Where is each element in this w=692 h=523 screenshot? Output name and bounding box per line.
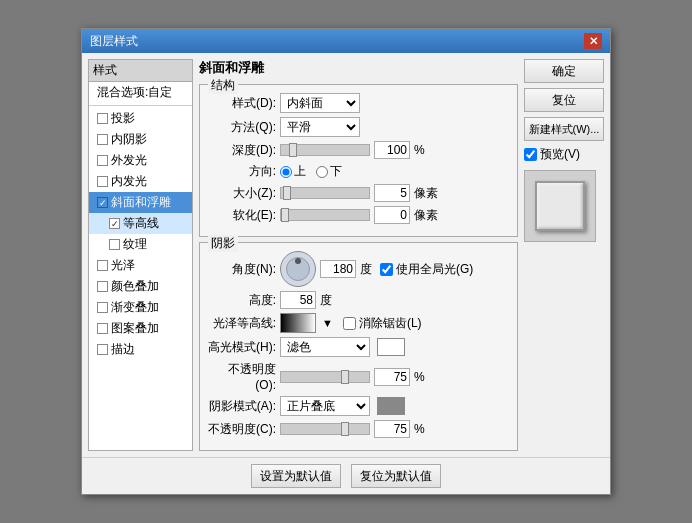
- satin-checkbox[interactable]: [97, 260, 108, 271]
- shadow-mode-select[interactable]: 正片叠底 正常 滤色: [280, 396, 370, 416]
- dialog-body: 样式 混合选项:自定 投影 内阴影 外发光 内发光: [82, 53, 610, 457]
- anti-alias-checkbox[interactable]: [343, 317, 356, 330]
- shadow-title: 阴影: [208, 235, 238, 252]
- shadow-opacity-row: 不透明度(C): %: [208, 420, 509, 438]
- sidebar-item-gradient-overlay[interactable]: 渐变叠加: [89, 297, 192, 318]
- angle-widget[interactable]: [280, 251, 316, 287]
- inner-shadow-label: 内阴影: [111, 131, 147, 148]
- highlight-mode-row: 高光模式(H): 滤色 正常 叠加: [208, 337, 509, 357]
- depth-slider[interactable]: [280, 144, 370, 156]
- size-input[interactable]: [374, 184, 410, 202]
- sidebar-item-bevel-emboss[interactable]: 斜面和浮雕: [89, 192, 192, 213]
- sidebar-item-pattern-overlay[interactable]: 图案叠加: [89, 318, 192, 339]
- altitude-row: 高度: 度: [208, 291, 509, 309]
- size-row: 大小(Z): 像素: [208, 184, 509, 202]
- sidebar-item-blending[interactable]: 混合选项:自定: [89, 82, 192, 103]
- method-select[interactable]: 平滑 雕刻清晰 雕刻柔和: [280, 117, 360, 137]
- highlight-opacity-input[interactable]: [374, 368, 410, 386]
- sidebar-item-inner-glow[interactable]: 内发光: [89, 171, 192, 192]
- style-label: 样式(D):: [208, 95, 276, 112]
- texture-label: 纹理: [123, 236, 147, 253]
- global-light-text: 使用全局光(G): [396, 261, 473, 278]
- preview-box: [524, 170, 596, 242]
- stroke-checkbox[interactable]: [97, 344, 108, 355]
- reset-button[interactable]: 复位: [524, 88, 604, 112]
- preview-inner: [535, 181, 585, 231]
- altitude-input[interactable]: [280, 291, 316, 309]
- gloss-preview[interactable]: [280, 313, 316, 333]
- highlight-opacity-slider[interactable]: [280, 371, 370, 383]
- bevel-emboss-checkbox[interactable]: [97, 197, 108, 208]
- sidebar-item-stroke[interactable]: 描边: [89, 339, 192, 360]
- soften-label: 软化(E):: [208, 207, 276, 224]
- sidebar-item-shadow[interactable]: 投影: [89, 108, 192, 129]
- direction-down-label[interactable]: 下: [316, 163, 342, 180]
- anti-alias-label[interactable]: 消除锯齿(L): [343, 315, 422, 332]
- inner-shadow-checkbox[interactable]: [97, 134, 108, 145]
- title-bar: 图层样式 ✕: [82, 29, 610, 53]
- angle-unit: 度: [360, 261, 372, 278]
- altitude-label: 高度:: [208, 292, 276, 309]
- global-light-checkbox[interactable]: [380, 263, 393, 276]
- anti-alias-text: 消除锯齿(L): [359, 315, 422, 332]
- sidebar-item-texture[interactable]: 纹理: [89, 234, 192, 255]
- outer-glow-checkbox[interactable]: [97, 155, 108, 166]
- dialog-title: 图层样式: [90, 33, 138, 50]
- ok-button[interactable]: 确定: [524, 59, 604, 83]
- sidebar-item-outer-glow[interactable]: 外发光: [89, 150, 192, 171]
- sidebar-item-color-overlay[interactable]: 颜色叠加: [89, 276, 192, 297]
- shadow-opacity-label: 不透明度(C):: [208, 421, 276, 438]
- depth-row: 深度(D): %: [208, 141, 509, 159]
- shadow-checkbox[interactable]: [97, 113, 108, 124]
- left-panel: 样式 混合选项:自定 投影 内阴影 外发光 内发光: [88, 59, 193, 451]
- angle-inner: [286, 257, 310, 281]
- soften-slider[interactable]: [280, 209, 370, 221]
- direction-up-radio[interactable]: [280, 166, 292, 178]
- new-style-button[interactable]: 新建样式(W)...: [524, 117, 604, 141]
- style-row: 样式(D): 内斜面 外斜面 浮雕效果 枕状浮雕 描边浮雕: [208, 93, 509, 113]
- depth-unit: %: [414, 143, 425, 157]
- angle-input[interactable]: [320, 260, 356, 278]
- gradient-overlay-label: 渐变叠加: [111, 299, 159, 316]
- angle-row: 角度(N): 度 使用全局光(G): [208, 251, 509, 287]
- method-label: 方法(Q):: [208, 119, 276, 136]
- direction-up-label[interactable]: 上: [280, 163, 306, 180]
- highlight-opacity-label: 不透明度(O):: [208, 361, 276, 392]
- set-default-button[interactable]: 设置为默认值: [251, 464, 341, 488]
- color-overlay-label: 颜色叠加: [111, 278, 159, 295]
- highlight-mode-select[interactable]: 滤色 正常 叠加: [280, 337, 370, 357]
- soften-input[interactable]: [374, 206, 410, 224]
- size-label: 大小(Z):: [208, 185, 276, 202]
- inner-glow-checkbox[interactable]: [97, 176, 108, 187]
- pattern-overlay-checkbox[interactable]: [97, 323, 108, 334]
- size-slider[interactable]: [280, 187, 370, 199]
- layer-style-dialog: 图层样式 ✕ 样式 混合选项:自定 投影 内阴影 外发光: [81, 28, 611, 495]
- sidebar-item-contour[interactable]: 等高线: [89, 213, 192, 234]
- global-light-label[interactable]: 使用全局光(G): [380, 261, 473, 278]
- sidebar-item-satin[interactable]: 光泽: [89, 255, 192, 276]
- highlight-mode-label: 高光模式(H):: [208, 339, 276, 356]
- blending-label: 混合选项:自定: [97, 84, 172, 101]
- contour-checkbox[interactable]: [109, 218, 120, 229]
- direction-down-radio[interactable]: [316, 166, 328, 178]
- highlight-color-box[interactable]: [377, 338, 405, 356]
- close-button[interactable]: ✕: [584, 33, 602, 49]
- color-overlay-checkbox[interactable]: [97, 281, 108, 292]
- styles-header: 样式: [89, 60, 192, 82]
- shadow-color-box[interactable]: [377, 397, 405, 415]
- gradient-overlay-checkbox[interactable]: [97, 302, 108, 313]
- depth-input[interactable]: [374, 141, 410, 159]
- sidebar-item-inner-shadow[interactable]: 内阴影: [89, 129, 192, 150]
- shadow-opacity-slider[interactable]: [280, 423, 370, 435]
- preview-row: 预览(V): [524, 146, 604, 163]
- preview-checkbox[interactable]: [524, 148, 537, 161]
- reset-default-button[interactable]: 复位为默认值: [351, 464, 441, 488]
- style-select[interactable]: 内斜面 外斜面 浮雕效果 枕状浮雕 描边浮雕: [280, 93, 360, 113]
- shadow-opacity-input[interactable]: [374, 420, 410, 438]
- highlight-opacity-unit: %: [414, 370, 425, 384]
- gloss-row: 光泽等高线: ▼ 消除锯齿(L): [208, 313, 509, 333]
- texture-checkbox[interactable]: [109, 239, 120, 250]
- soften-row: 软化(E): 像素: [208, 206, 509, 224]
- method-row: 方法(Q): 平滑 雕刻清晰 雕刻柔和: [208, 117, 509, 137]
- structure-group: 结构 样式(D): 内斜面 外斜面 浮雕效果 枕状浮雕 描边浮雕: [199, 84, 518, 237]
